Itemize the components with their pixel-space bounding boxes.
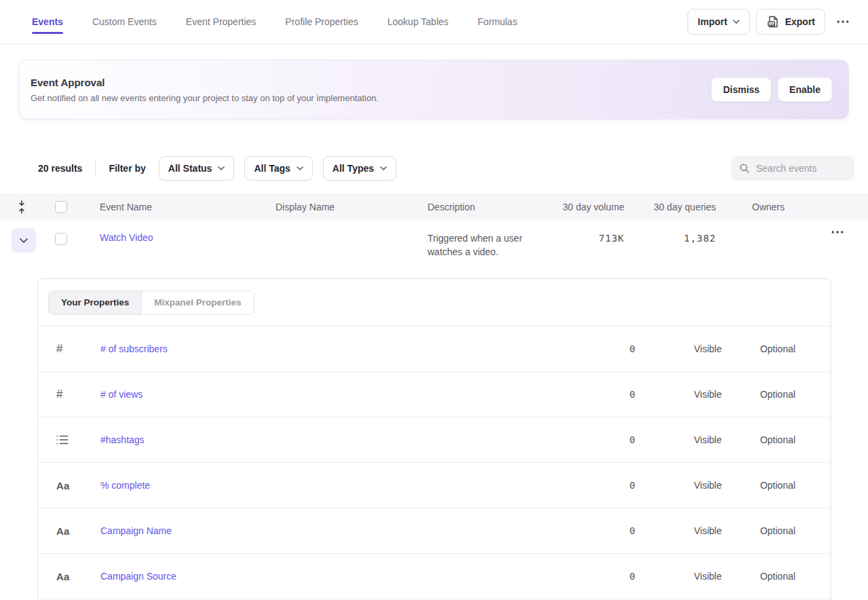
text-type-icon: Aa — [38, 525, 100, 537]
properties-panel: Your Properties Mixpanel Properties # # … — [37, 278, 831, 600]
property-visibility[interactable]: Visible — [674, 434, 742, 445]
event-volume: 713K — [546, 221, 624, 244]
property-visibility[interactable]: Visible — [674, 480, 742, 491]
property-requirement[interactable]: Optional — [744, 343, 812, 354]
property-name-link[interactable]: % complete — [100, 480, 595, 491]
dismiss-button[interactable]: Dismiss — [711, 77, 771, 102]
property-name-link[interactable]: # of views — [100, 389, 595, 400]
export-button[interactable]: csv Export — [756, 9, 825, 35]
ellipsis-icon — [831, 231, 844, 233]
column-header-volume: 30 day volume — [546, 202, 624, 212]
property-visibility[interactable]: Visible — [674, 525, 742, 536]
chevron-down-icon — [20, 238, 28, 243]
chevron-down-icon — [218, 166, 225, 170]
chevron-down-icon — [297, 166, 303, 170]
property-requirement[interactable]: Optional — [744, 571, 812, 582]
property-visibility[interactable]: Visible — [674, 389, 742, 400]
collapse-all-icon[interactable] — [0, 200, 43, 214]
properties-panel-header: Your Properties Mixpanel Properties — [38, 279, 831, 326]
property-requirement[interactable]: Optional — [744, 389, 812, 400]
column-header-owners: Owners — [719, 202, 806, 212]
tab-formulas[interactable]: Formulas — [478, 16, 517, 27]
row-expand-button[interactable] — [12, 228, 36, 252]
chevron-down-icon — [733, 20, 740, 24]
text-type-icon: Aa — [38, 480, 100, 491]
column-header-queries: 30 day queries — [624, 202, 719, 212]
event-approval-banner: Event Approval Get notified on all new e… — [19, 60, 849, 119]
column-header-event-name: Event Name — [89, 202, 265, 212]
row-more-button[interactable] — [806, 221, 868, 233]
property-count: 0 — [595, 571, 635, 582]
property-count: 0 — [595, 343, 635, 354]
tab-custom-events[interactable]: Custom Events — [92, 16, 157, 27]
text-type-icon: Aa — [38, 571, 100, 582]
nav-more-button[interactable] — [831, 18, 854, 26]
property-row: Aa Campaign Name 0 Visible Optional — [38, 508, 831, 554]
property-row: # # of subscribers 0 Visible Optional — [38, 326, 831, 372]
list-type-icon — [38, 435, 100, 445]
property-requirement[interactable]: Optional — [744, 434, 812, 445]
tab-events[interactable]: Events — [32, 16, 63, 27]
event-queries: 1,382 — [624, 221, 719, 244]
table-header: Event Name Display Name Description 30 d… — [0, 193, 868, 221]
tab-mixpanel-properties[interactable]: Mixpanel Properties — [142, 291, 253, 314]
results-count: 20 results — [38, 163, 82, 174]
tab-profile-properties[interactable]: Profile Properties — [285, 16, 358, 27]
filter-bar: 20 results Filter by All Status All Tags… — [38, 156, 854, 181]
export-button-label: Export — [785, 16, 815, 27]
property-requirement[interactable]: Optional — [744, 480, 812, 491]
property-count: 0 — [595, 389, 635, 400]
divider — [95, 160, 96, 177]
property-visibility[interactable]: Visible — [674, 343, 742, 354]
event-description: Triggered when a user watches a video. — [417, 221, 539, 259]
banner-description: Get notified on all new events entering … — [31, 93, 379, 103]
property-count: 0 — [595, 434, 635, 445]
property-visibility[interactable]: Visible — [674, 571, 742, 582]
filter-by-label: Filter by — [109, 163, 145, 174]
status-filter-label: All Status — [168, 163, 212, 174]
number-type-icon: # — [38, 388, 100, 401]
chevron-down-icon — [380, 166, 387, 170]
property-row: # # of views 0 Visible Optional — [38, 372, 831, 417]
tab-event-properties[interactable]: Event Properties — [186, 16, 257, 27]
import-button[interactable]: Import — [687, 9, 750, 35]
svg-text:csv: csv — [769, 22, 775, 26]
types-filter-dropdown[interactable]: All Types — [323, 156, 396, 181]
property-count: 0 — [595, 480, 635, 491]
property-row: Aa Campaign Source 0 Visible Optional — [38, 554, 831, 599]
top-nav: Events Custom Events Event Properties Pr… — [0, 0, 868, 44]
tags-filter-label: All Tags — [254, 163, 290, 174]
property-count: 0 — [595, 525, 635, 536]
property-row: #hashtags 0 Visible Optional — [38, 417, 831, 463]
banner-text: Event Approval Get notified on all new e… — [31, 77, 379, 103]
tab-your-properties[interactable]: Your Properties — [49, 291, 142, 314]
banner-title: Event Approval — [31, 77, 379, 88]
ellipsis-icon — [837, 20, 849, 23]
table-row: Watch Video Triggered when a user watche… — [0, 221, 868, 271]
property-requirement[interactable]: Optional — [744, 525, 812, 536]
import-button-label: Import — [698, 16, 728, 27]
select-all-checkbox[interactable] — [55, 201, 67, 213]
property-name-link[interactable]: Campaign Source — [100, 571, 595, 582]
row-checkbox[interactable] — [55, 233, 67, 245]
nav-tabs: Events Custom Events Event Properties Pr… — [32, 16, 517, 27]
tab-lookup-tables[interactable]: Lookup Tables — [388, 16, 449, 27]
csv-file-icon: csv — [766, 15, 780, 29]
column-header-display-name: Display Name — [265, 202, 417, 212]
search-icon — [739, 163, 750, 174]
search-box — [731, 156, 854, 181]
enable-button[interactable]: Enable — [778, 77, 832, 102]
event-name-link[interactable]: Watch Video — [89, 221, 265, 243]
property-name-link[interactable]: # of subscribers — [100, 343, 595, 354]
property-name-link[interactable]: #hashtags — [100, 434, 595, 445]
banner-actions: Dismiss Enable — [711, 77, 832, 102]
tags-filter-dropdown[interactable]: All Tags — [244, 156, 312, 181]
types-filter-label: All Types — [333, 163, 374, 174]
number-type-icon: # — [38, 342, 100, 356]
properties-tab-group: Your Properties Mixpanel Properties — [48, 290, 254, 315]
property-row: Aa % complete 0 Visible Optional — [38, 463, 831, 508]
status-filter-dropdown[interactable]: All Status — [159, 156, 235, 181]
search-input[interactable] — [756, 163, 846, 174]
property-name-link[interactable]: Campaign Name — [100, 525, 595, 536]
column-header-description: Description — [417, 202, 546, 212]
